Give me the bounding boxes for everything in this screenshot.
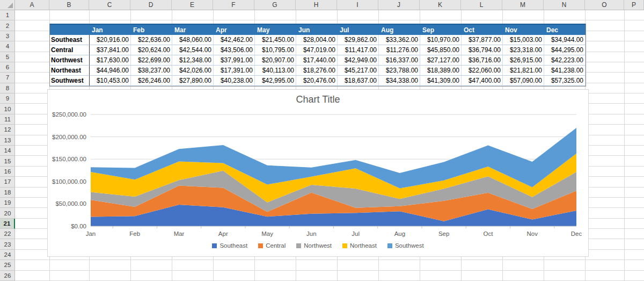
row-header-8[interactable]: 8 <box>0 83 15 93</box>
value-cell-southwest-sep[interactable]: $41,309.00 <box>420 76 462 86</box>
value-cell-northwest-oct[interactable]: $36,716.00 <box>462 55 503 66</box>
value-cell-southeast-sep[interactable]: $10,970.00 <box>420 35 462 45</box>
column-header-e[interactable]: E <box>172 0 213 10</box>
area-chart[interactable]: $0.00$50,000.00$100,000.00$150,000.00$20… <box>47 89 589 257</box>
month-header-cell-sep[interactable]: Sep <box>420 24 462 35</box>
row-header-6[interactable]: 6 <box>0 62 15 73</box>
month-header-cell-jun[interactable]: Jun <box>296 24 338 35</box>
value-cell-central-apr[interactable]: $43,506.00 <box>214 45 255 55</box>
legend-item-central[interactable]: Central <box>258 242 286 249</box>
legend-item-northwest[interactable]: Northwest <box>296 242 332 249</box>
column-header-c[interactable]: C <box>89 0 130 10</box>
value-cell-central-may[interactable]: $10,795.00 <box>255 45 296 55</box>
column-header-d[interactable]: D <box>130 0 172 10</box>
month-header-cell-dec[interactable]: Dec <box>544 24 586 35</box>
region-label-southeast[interactable]: Southeast <box>50 35 90 45</box>
row-header-17[interactable]: 17 <box>0 177 15 187</box>
value-cell-southeast-jun[interactable]: $28,004.00 <box>296 35 338 45</box>
value-cell-southwest-mar[interactable]: $27,890.00 <box>172 76 214 86</box>
column-header-b[interactable]: B <box>49 0 89 10</box>
value-cell-southeast-oct[interactable]: $37,877.00 <box>462 35 503 45</box>
row-header-9[interactable]: 9 <box>0 93 15 104</box>
value-cell-southwest-jan[interactable]: $10,453.00 <box>90 76 131 86</box>
column-header-j[interactable]: J <box>378 0 420 10</box>
row-header-18[interactable]: 18 <box>0 188 15 198</box>
value-cell-northwest-sep[interactable]: $27,127.00 <box>420 55 462 66</box>
month-header-cell-nov[interactable]: Nov <box>503 24 544 35</box>
value-cell-northwest-may[interactable]: $20,907.00 <box>255 55 296 66</box>
value-cell-northwest-jun[interactable]: $17,440.00 <box>296 55 338 66</box>
select-all-corner[interactable] <box>0 0 15 10</box>
legend-item-southwest[interactable]: Southwest <box>387 242 424 249</box>
region-label-northeast[interactable]: Northeast <box>50 66 90 76</box>
column-header-o[interactable]: O <box>585 0 624 10</box>
value-cell-northwest-aug[interactable]: $16,337.00 <box>379 55 420 66</box>
value-cell-northeast-dec[interactable]: $41,238.00 <box>544 66 586 76</box>
chart-title[interactable]: Chart Title <box>48 94 588 105</box>
value-cell-northwest-jan[interactable]: $17,630.00 <box>90 55 131 66</box>
legend-item-northeast[interactable]: Northeast <box>342 242 377 249</box>
column-header-p[interactable]: P <box>624 0 644 10</box>
column-header-i[interactable]: I <box>337 0 378 10</box>
value-cell-northeast-aug[interactable]: $23,788.00 <box>379 66 420 76</box>
value-cell-northeast-sep[interactable]: $18,389.00 <box>420 66 462 76</box>
row-header-16[interactable]: 16 <box>0 167 15 177</box>
value-cell-northeast-feb[interactable]: $38,237.00 <box>131 66 172 76</box>
row-header-7[interactable]: 7 <box>0 73 15 83</box>
value-cell-southwest-nov[interactable]: $57,090.00 <box>503 76 544 86</box>
value-cell-northeast-jul[interactable]: $45,217.00 <box>338 66 379 76</box>
value-cell-northeast-mar[interactable]: $42,026.00 <box>172 66 214 76</box>
month-header-cell-aug[interactable]: Aug <box>379 24 420 35</box>
row-header-14[interactable]: 14 <box>0 146 15 156</box>
value-cell-central-jun[interactable]: $47,019.00 <box>296 45 338 55</box>
value-cell-southeast-jan[interactable]: $20,916.00 <box>90 35 131 45</box>
row-header-21[interactable]: 21 <box>0 219 15 229</box>
row-header-15[interactable]: 15 <box>0 156 15 166</box>
row-header-19[interactable]: 19 <box>0 198 15 208</box>
value-cell-southeast-apr[interactable]: $42,462.00 <box>214 35 255 45</box>
value-cell-northeast-oct[interactable]: $22,060.00 <box>462 66 503 76</box>
row-header-20[interactable]: 20 <box>0 208 15 218</box>
column-header-n[interactable]: N <box>544 0 585 10</box>
value-cell-central-sep[interactable]: $45,850.00 <box>420 45 462 55</box>
column-header-l[interactable]: L <box>461 0 502 10</box>
row-header-1[interactable]: 1 <box>0 10 15 20</box>
month-header-cell-feb[interactable]: Feb <box>131 24 172 35</box>
value-cell-southwest-dec[interactable]: $57,325.00 <box>544 76 586 86</box>
value-cell-southwest-apr[interactable]: $40,238.00 <box>214 76 255 86</box>
column-header-m[interactable]: M <box>502 0 544 10</box>
value-cell-northeast-jan[interactable]: $44,946.00 <box>90 66 131 76</box>
column-header-g[interactable]: G <box>254 0 296 10</box>
value-cell-central-oct[interactable]: $36,794.00 <box>462 45 503 55</box>
region-label-central[interactable]: Central <box>50 45 90 55</box>
value-cell-southwest-jun[interactable]: $20,476.00 <box>296 76 338 86</box>
value-cell-southeast-nov[interactable]: $15,003.00 <box>503 35 544 45</box>
row-header-4[interactable]: 4 <box>0 41 15 52</box>
month-header-cell-may[interactable]: May <box>255 24 296 35</box>
table-corner-cell[interactable] <box>50 24 90 35</box>
value-cell-southeast-dec[interactable]: $34,944.00 <box>544 35 586 45</box>
value-cell-northeast-nov[interactable]: $21,821.00 <box>503 66 544 76</box>
value-cell-central-feb[interactable]: $20,624.00 <box>131 45 172 55</box>
month-header-cell-apr[interactable]: Apr <box>214 24 255 35</box>
value-cell-northwest-mar[interactable]: $12,348.00 <box>172 55 214 66</box>
row-header-5[interactable]: 5 <box>0 52 15 62</box>
column-header-k[interactable]: K <box>420 0 461 10</box>
value-cell-central-nov[interactable]: $23,318.00 <box>503 45 544 55</box>
column-header-f[interactable]: F <box>213 0 254 10</box>
row-header-25[interactable]: 25 <box>0 260 15 270</box>
column-header-h[interactable]: H <box>296 0 337 10</box>
value-cell-northeast-apr[interactable]: $17,391.00 <box>214 66 255 76</box>
value-cell-southeast-feb[interactable]: $22,636.00 <box>131 35 172 45</box>
row-header-12[interactable]: 12 <box>0 125 15 135</box>
row-header-24[interactable]: 24 <box>0 250 15 260</box>
value-cell-southwest-may[interactable]: $42,995.00 <box>255 76 296 86</box>
value-cell-southwest-oct[interactable]: $47,400.00 <box>462 76 503 86</box>
legend-item-southeast[interactable]: Southeast <box>212 242 247 249</box>
value-cell-northeast-jun[interactable]: $18,276.00 <box>296 66 338 76</box>
value-cell-southwest-feb[interactable]: $26,246.00 <box>131 76 172 86</box>
row-header-3[interactable]: 3 <box>0 31 15 41</box>
month-header-cell-jul[interactable]: Jul <box>338 24 379 35</box>
value-cell-central-jan[interactable]: $37,841.00 <box>90 45 131 55</box>
value-cell-northwest-apr[interactable]: $37,991.00 <box>214 55 255 66</box>
